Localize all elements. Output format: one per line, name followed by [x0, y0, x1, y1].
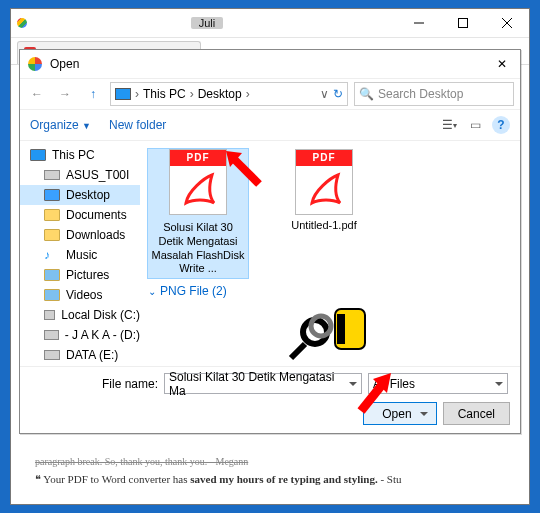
tree-item-this-pc[interactable]: This PC [20, 145, 140, 165]
help-button[interactable]: ? [492, 116, 510, 134]
search-placeholder: Search Desktop [378, 87, 463, 101]
tree-item-desktop[interactable]: Desktop [20, 185, 140, 205]
tree-item[interactable]: Documents [20, 205, 140, 225]
open-button[interactable]: Open [363, 402, 436, 425]
tree-item[interactable]: ASUS_T00I [20, 165, 140, 185]
titlebar-center-label: Juli [191, 17, 224, 29]
tree-item[interactable]: - J A K A - (D:) [20, 325, 140, 345]
breadcrumb-segment[interactable]: Desktop› [198, 87, 250, 101]
chrome-titlebar: Juli [11, 9, 529, 38]
pdf-icon [169, 149, 227, 215]
file-name: Untitled-1.pdf [274, 219, 374, 233]
svg-rect-0 [459, 19, 468, 28]
tree-item[interactable]: Pictures [20, 265, 140, 285]
tree-item[interactable]: Downloads [20, 225, 140, 245]
chrome-icon [11, 18, 191, 28]
dialog-close-button[interactable]: ✕ [492, 57, 512, 71]
file-name: Solusi Kilat 30 Detik Mengatasi Masalah … [148, 219, 248, 278]
tree-item[interactable]: Videos [20, 285, 140, 305]
tree-item[interactable]: DATA (E:) [20, 345, 140, 365]
search-icon: 🔍 [359, 87, 374, 101]
file-item[interactable]: Untitled-1.pdf [274, 149, 374, 278]
nav-back-button[interactable]: ← [26, 83, 48, 105]
background-page-text: paragraph break. So, thank you, thank yo… [35, 456, 505, 486]
file-name-label: File name: [100, 377, 158, 391]
minimize-button[interactable] [397, 9, 441, 37]
file-type-filter[interactable]: All Files [368, 373, 508, 394]
dialog-icon [28, 57, 42, 71]
dialog-title: Open [50, 57, 492, 71]
pc-icon [115, 88, 131, 100]
file-name-input[interactable]: Solusi Kilat 30 Detik Mengatasi Ma [164, 373, 362, 394]
file-item[interactable]: Solusi Kilat 30 Detik Mengatasi Masalah … [148, 149, 248, 278]
tree-item[interactable]: ♪Music [20, 245, 140, 265]
tree-item[interactable]: Local Disk (C:) [20, 305, 140, 325]
breadcrumb-bar[interactable]: › This PC› Desktop› ∨ ↻ [110, 82, 348, 106]
close-button[interactable] [485, 9, 529, 37]
organize-menu[interactable]: Organize ▼ [30, 118, 91, 132]
search-input[interactable]: 🔍 Search Desktop [354, 82, 514, 106]
file-list[interactable]: Solusi Kilat 30 Detik Mengatasi Masalah … [140, 141, 520, 366]
preview-pane-button[interactable]: ▭ [466, 116, 484, 134]
open-file-dialog: Open ✕ ← → ↑ › This PC› Desktop› ∨ ↻ 🔍 S… [19, 49, 521, 434]
png-thumbnail[interactable] [285, 304, 375, 364]
group-header[interactable]: ⌄PNG File (2) [148, 284, 512, 298]
nav-forward-button: → [54, 83, 76, 105]
maximize-button[interactable] [441, 9, 485, 37]
svg-rect-2 [337, 314, 345, 344]
new-folder-button[interactable]: New folder [109, 118, 166, 132]
cancel-button[interactable]: Cancel [443, 402, 510, 425]
pdf-icon [295, 149, 353, 215]
nav-up-button[interactable]: ↑ [82, 83, 104, 105]
view-options-button[interactable]: ☰▾ [440, 116, 458, 134]
refresh-icon[interactable]: ↻ [333, 87, 343, 101]
nav-tree[interactable]: This PC ASUS_T00I Desktop Documents Down… [20, 141, 140, 366]
breadcrumb-segment[interactable]: This PC› [143, 87, 194, 101]
